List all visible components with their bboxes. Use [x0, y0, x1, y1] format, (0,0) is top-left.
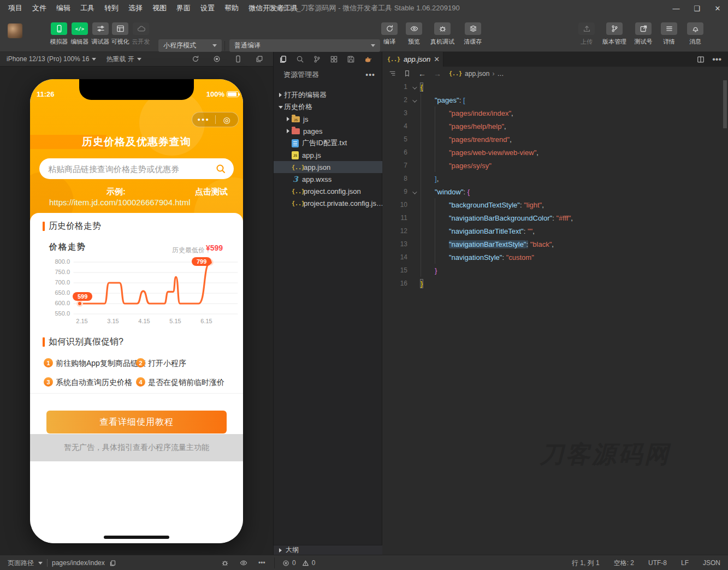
breadcrumb-file[interactable]: {..} app.json › … [449, 70, 504, 78]
fold-chevron-icon[interactable] [407, 96, 421, 104]
tree-item-app.wxss[interactable]: app.wxss [274, 173, 383, 185]
code-line[interactable]: 9"window": { [382, 185, 728, 198]
multi-window-icon[interactable] [256, 55, 263, 63]
forward-arrow-icon[interactable]: → [434, 69, 441, 78]
problems-indicator[interactable]: 0 0 [282, 555, 315, 570]
tree-item-pages[interactable]: pages [274, 125, 383, 137]
code-line[interactable]: 11"navigationBarBackgroundColor": "#fff"… [382, 211, 728, 224]
code-line[interactable]: 15} [382, 264, 728, 277]
code-line[interactable]: 2"pages": [ [382, 93, 728, 106]
tree-item-[interactable]: 历史价格 [274, 101, 383, 113]
device-frame-icon[interactable] [234, 55, 242, 63]
menu-item[interactable]: 设置 [196, 3, 220, 13]
indentation[interactable]: 空格: 2 [614, 559, 634, 568]
rotate-icon[interactable] [192, 55, 199, 63]
test-account-button[interactable]: 测试号 [629, 22, 658, 46]
device-select[interactable]: iPhone 12/13 (Pro) 100% 16 [7, 55, 96, 63]
record-icon[interactable] [213, 55, 221, 63]
teapot-icon[interactable] [364, 55, 372, 63]
menu-item[interactable]: 界面 [171, 3, 196, 13]
code-line[interactable]: 6"pages/web-view/web-view", [382, 146, 728, 159]
split-editor-icon[interactable] [697, 56, 705, 63]
code-line[interactable]: 4"pages/help/help", [382, 120, 728, 133]
tree-item-[interactable]: 打开的编辑器 [274, 89, 383, 101]
outline-list-icon[interactable] [389, 70, 396, 77]
more-icon[interactable]: ••• [712, 55, 721, 64]
page-path-label[interactable]: 页面路径 [8, 559, 34, 568]
menu-item[interactable]: 文件 [27, 3, 51, 13]
preview-button[interactable]: 预览 [400, 22, 428, 46]
code-line[interactable]: 10"backgroundTextStyle": "light", [382, 198, 728, 211]
remote-debug-button[interactable]: 真机调试 [425, 22, 460, 46]
menu-item[interactable]: 工具 [75, 3, 99, 13]
code-line[interactable]: 16} [382, 277, 728, 290]
minimize-icon[interactable]: — [666, 0, 686, 16]
avatar[interactable] [8, 23, 22, 38]
code-line[interactable]: 14"navigationStyle": "custom" [382, 251, 728, 264]
more-dots-icon[interactable]: ●●● [192, 117, 215, 122]
scrollbar[interactable] [723, 80, 727, 128]
exit-target-icon[interactable]: ◎ [216, 116, 239, 124]
messages-button[interactable]: 消息 [681, 22, 709, 46]
search-icon[interactable] [296, 55, 304, 63]
code-line[interactable]: 5"pages/trend/trend", [382, 133, 728, 146]
close-icon[interactable]: ✕ [707, 0, 728, 16]
chevron-down-icon[interactable] [38, 562, 43, 565]
end-price-badge: 799 [192, 257, 211, 266]
tutorial-button[interactable]: 查看详细使用教程 [46, 411, 227, 434]
menu-item[interactable]: 选择 [123, 3, 147, 13]
code-line[interactable]: 13"navigationBarTextStyle": "black", [382, 238, 728, 251]
git-branch-icon [606, 22, 623, 35]
bug-icon[interactable] [221, 559, 229, 567]
test-link[interactable]: 点击测试 [195, 187, 228, 197]
code-line[interactable]: 8], [382, 172, 728, 185]
fold-chevron-icon[interactable] [407, 83, 421, 91]
cloud-dev-tab-button[interactable]: 云开发 [129, 22, 153, 46]
code-area[interactable]: 1{2"pages": [3"pages/index/index",4"page… [382, 80, 728, 290]
menu-item[interactable]: 项目 [3, 3, 27, 13]
window-controls: — ❑ ✕ [666, 0, 728, 16]
menu-item[interactable]: 编辑 [51, 3, 75, 13]
tree-item-app.json[interactable]: app.json [274, 161, 383, 173]
code-line[interactable]: 3"pages/index/index", [382, 106, 728, 120]
menu-item[interactable]: 转到 [99, 3, 123, 13]
example-url[interactable]: https://item.jd.com/100026667904.html [49, 198, 191, 207]
git-branch-icon[interactable] [313, 55, 321, 63]
close-icon[interactable]: ✕ [434, 55, 440, 63]
tree-item-app.js[interactable]: app.js [274, 149, 383, 161]
tab-app-json[interactable]: {..} app.json ✕ [382, 52, 443, 67]
search-input[interactable] [47, 164, 215, 174]
code-line[interactable]: 7"pages/sy/sy" [382, 159, 728, 172]
bookmark-icon[interactable] [404, 70, 411, 77]
more-icon[interactable]: ••• [365, 70, 375, 79]
tree-item-ID.txt[interactable]: 广告ID配置.txt [274, 137, 383, 149]
menu-item[interactable]: 微信开发者工具 [244, 3, 303, 13]
details-button[interactable]: 详情 [655, 22, 683, 46]
version-control-button[interactable]: 版本管理 [596, 22, 633, 46]
compile-mode-select[interactable]: 普通编译 [229, 39, 380, 52]
encoding[interactable]: UTF-8 [648, 559, 667, 567]
tree-item-js[interactable]: js [274, 113, 383, 125]
eye-icon[interactable] [240, 559, 247, 567]
tree-item-project.config.json[interactable]: project.config.json [274, 185, 383, 197]
eol[interactable]: LF [681, 559, 689, 567]
back-arrow-icon[interactable]: ← [418, 69, 426, 78]
files-icon[interactable] [279, 55, 287, 63]
clear-cache-button[interactable]: 清缓存 [458, 22, 488, 46]
cursor-position[interactable]: 行 1, 列 1 [572, 559, 600, 568]
tree-item-project.private.config.js[interactable]: project.private.config.js… [274, 197, 383, 209]
menu-item[interactable]: 视图 [147, 3, 171, 13]
fold-chevron-icon[interactable] [407, 188, 421, 196]
code-line[interactable]: 12"navigationBarTitleText": "", [382, 224, 728, 238]
mode-select[interactable]: 小程序模式 [158, 39, 222, 52]
save-icon[interactable] [347, 55, 355, 63]
code-line[interactable]: 1{ [382, 80, 728, 93]
more-icon[interactable]: ••• [258, 559, 265, 567]
extensions-grid-icon[interactable] [330, 55, 338, 63]
menu-item[interactable]: 帮助 [220, 3, 244, 13]
outline-section[interactable]: 大纲 [274, 545, 383, 555]
hot-reload-toggle[interactable]: 热重载 开 [106, 55, 141, 64]
maximize-icon[interactable]: ❑ [686, 0, 707, 16]
copy-icon[interactable] [109, 560, 116, 567]
language-mode[interactable]: JSON [703, 559, 720, 567]
